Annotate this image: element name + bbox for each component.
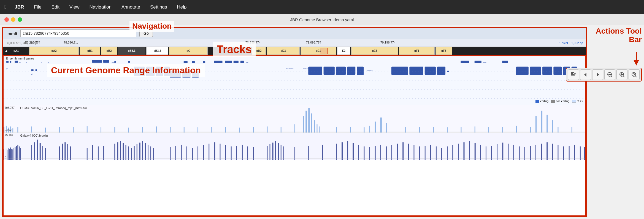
svg-rect-192 [322, 145, 323, 160]
svg-rect-34 [542, 67, 552, 75]
svg-rect-146 [67, 144, 68, 160]
svg-rect-142 [45, 148, 46, 160]
svg-rect-90 [546, 115, 548, 133]
svg-rect-155 [123, 143, 124, 160]
svg-rect-117 [558, 127, 558, 133]
band-qF1: qF1 [399, 47, 435, 55]
svg-rect-200 [375, 146, 376, 160]
svg-rect-162 [142, 141, 143, 160]
svg-rect-83 [320, 126, 320, 133]
menu-edit[interactable]: Edit [50, 3, 61, 11]
svg-rect-12 [184, 61, 188, 63]
range-input[interactable] [20, 29, 136, 37]
svg-rect-195 [347, 141, 348, 160]
svg-rect-179 [236, 146, 237, 160]
svg-rect-80 [311, 113, 312, 133]
signal-track-1: 703.757 0.992 GSM3074496_BB_GVO_RNAseq_r… [4, 105, 585, 133]
svg-rect-67 [12, 128, 13, 133]
svg-rect-219 [480, 145, 481, 160]
svg-text:«: « [41, 61, 42, 64]
next-icon [595, 72, 601, 78]
zoom-out-icon [607, 72, 613, 78]
svg-rect-127 [9, 149, 10, 160]
nav-bar: mm9 Go [3, 28, 586, 39]
zoom-out-button[interactable] [604, 69, 615, 80]
svg-rect-233 [558, 145, 558, 160]
svg-rect-158 [131, 148, 132, 160]
svg-rect-187 [278, 143, 279, 160]
zoom-in-button[interactable] [616, 69, 627, 80]
svg-rect-85 [375, 121, 376, 133]
svg-rect-13 [192, 61, 195, 63]
zoom-region-button[interactable] [629, 69, 640, 80]
svg-rect-167 [170, 147, 171, 160]
band-qD2: qD2 [252, 47, 266, 55]
legend-coding: coding [535, 100, 548, 103]
svg-rect-204 [397, 144, 398, 160]
svg-rect-136 [20, 148, 21, 160]
svg-rect-191 [308, 146, 309, 160]
svg-rect-89 [541, 111, 542, 133]
legend-cds: CDS [572, 100, 583, 103]
minimize-window-button[interactable] [11, 17, 15, 22]
svg-rect-110 [447, 127, 448, 133]
next-button[interactable] [592, 69, 603, 80]
svg-rect-228 [530, 146, 531, 160]
band-qF3: qF3 [435, 47, 452, 55]
menu-settings[interactable]: Settings [148, 3, 169, 11]
svg-text:»»»»»: »»»»» [366, 69, 373, 72]
gene-track: Ensembl mm9 genes «« « ««« [4, 56, 585, 105]
maximize-window-button[interactable] [18, 17, 22, 22]
svg-rect-14 [203, 61, 205, 63]
svg-rect-94 [156, 126, 157, 133]
apple-menu[interactable]:  [4, 4, 6, 10]
svg-rect-189 [283, 147, 284, 160]
track1-max-value: 703.757 [5, 106, 15, 109]
svg-rect-154 [120, 141, 121, 160]
svg-rect-55 [437, 67, 445, 75]
svg-line-259 [635, 76, 637, 77]
prev-button[interactable] [580, 69, 591, 80]
svg-rect-52 [391, 67, 408, 75]
svg-rect-81 [314, 120, 315, 133]
svg-rect-208 [419, 147, 420, 160]
svg-rect-82 [316, 124, 317, 133]
svg-rect-210 [430, 145, 431, 160]
coord-tick-1: 78,296,774 [25, 41, 40, 44]
svg-rect-182 [253, 147, 254, 160]
svg-rect-217 [469, 141, 470, 160]
menu-file[interactable]: File [32, 3, 43, 11]
svg-rect-8 [134, 67, 145, 76]
go-button[interactable]: Go [139, 30, 153, 37]
svg-rect-69 [31, 126, 32, 133]
svg-rect-88 [535, 116, 537, 133]
menu-help[interactable]: Help [175, 3, 188, 11]
zoom-in-icon [619, 72, 625, 78]
menu-navigation[interactable]: Navigation [88, 3, 113, 11]
annotate-icon [570, 72, 577, 78]
svg-rect-165 [150, 147, 151, 160]
svg-rect-39 [59, 69, 61, 71]
svg-rect-100 [239, 128, 240, 133]
svg-rect-230 [541, 144, 542, 160]
svg-rect-186 [275, 141, 276, 160]
svg-rect-78 [305, 111, 307, 133]
menu-view[interactable]: View [68, 3, 81, 11]
close-window-button[interactable] [4, 17, 9, 22]
svg-rect-135 [19, 147, 20, 160]
menu-annotate[interactable]: Annotate [120, 3, 142, 11]
svg-rect-53 [409, 67, 423, 75]
svg-rect-9 [146, 67, 155, 76]
chrom-arrow: ◄ [4, 49, 8, 53]
annotate-button[interactable] [568, 69, 579, 80]
menu-jbr[interactable]: JBR [13, 3, 26, 11]
pixel-info: 1 pixel ~ 1,002 bp [559, 41, 583, 45]
band-qE3: qE3 [351, 47, 398, 55]
svg-rect-169 [181, 145, 182, 160]
svg-text:»»»»»#»: »»»»»#» [303, 67, 312, 70]
svg-rect-21 [36, 69, 37, 71]
legend-cds-box [572, 100, 576, 103]
svg-rect-201 [380, 145, 381, 160]
svg-rect-157 [128, 147, 129, 160]
svg-rect-218 [475, 143, 476, 160]
